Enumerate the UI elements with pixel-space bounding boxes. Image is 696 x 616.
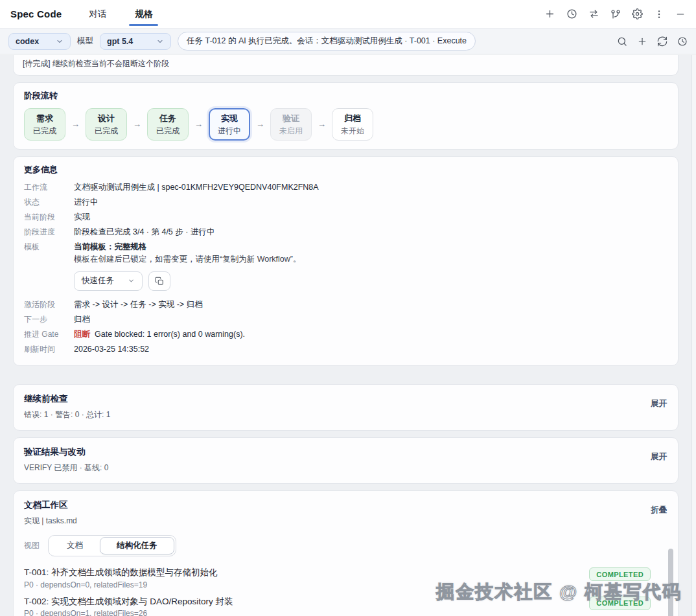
stage-design[interactable]: 设计 已完成 <box>86 108 127 141</box>
info-value-gate: 阻断Gate blocked: 1 error(s) and 0 warning… <box>74 329 667 341</box>
info-label-phase-progress: 阶段进度 <box>24 227 65 238</box>
task-text: T-002: 实现文档生成领域对象与 DAO/Repository 封装 P0 … <box>24 596 233 616</box>
stage-status: 未开始 <box>341 125 364 137</box>
quick-task-select-value: 快速任务 <box>82 275 114 287</box>
stage-name: 归档 <box>341 112 364 125</box>
gear-icon[interactable] <box>632 8 643 19</box>
spec-main-panel[interactable]: [待完成] 继续前检查当前不会阻断这个阶段 阶段流转 需求 已完成 → 设计 已… <box>0 55 692 616</box>
more-info-grid: 工作流 文档驱动测试用例生成 | spec-01KMFH2VEY9QEDNV40… <box>24 182 667 356</box>
verify-results-title: 验证结果与改动 <box>24 446 667 458</box>
task-title: T-002: 实现文档生成领域对象与 DAO/Repository 封装 <box>24 596 233 608</box>
stage-name: 设计 <box>95 112 118 125</box>
phase-flow-stages: 需求 已完成 → 设计 已完成 → 任务 已完成 → 实现 进行中 → 验证 未… <box>24 108 667 141</box>
more-info-card: 更多信息 工作流 文档驱动测试用例生成 | spec-01KMFH2VEY9QE… <box>13 156 679 367</box>
gate-message: Gate blocked: 1 error(s) and 0 warning(s… <box>95 330 245 339</box>
task-row[interactable]: T-002: 实现文档生成领域对象与 DAO/Repository 封装 P0 … <box>24 596 651 616</box>
quick-task-select[interactable]: 快速任务 <box>74 271 143 291</box>
chevron-down-icon <box>56 38 64 45</box>
info-label-current-phase: 当前阶段 <box>24 212 65 223</box>
task-list: T-001: 补齐文档生成领域的数据模型与存储初始化 P0 · dependsO… <box>24 567 667 616</box>
template-locked-note: 模板在创建后已锁定，如需变更，请使用“复制为新 Workflow”。 <box>74 254 667 266</box>
expand-link[interactable]: 展开 <box>651 451 667 462</box>
stage-verify[interactable]: 验证 未启用 <box>270 108 312 141</box>
stage-name: 需求 <box>33 112 56 125</box>
copy-icon <box>155 277 164 286</box>
search-icon[interactable] <box>617 36 627 47</box>
spec-toolbar: codex 模型 gpt 5.4 任务 T-012 的 AI 执行已完成。会话：… <box>0 29 696 54</box>
info-value-next-step: 归档 <box>74 314 667 326</box>
view-segmented-control: 文档 结构化任务 <box>48 535 176 556</box>
model-select[interactable]: gpt 5.4 <box>100 33 171 50</box>
document-workspace-card: 文档工作区 实现 | tasks.md 折叠 视图 文档 结构化任务 T-001… <box>13 490 679 616</box>
stage-implementation[interactable]: 实现 进行中 <box>209 108 250 141</box>
stage-tasks[interactable]: 任务 已完成 <box>147 108 189 141</box>
expand-link[interactable]: 展开 <box>651 398 667 409</box>
verify-results-card: 验证结果与改动 VERIFY 已禁用 · 基线: 0 展开 <box>13 437 679 484</box>
clock-icon[interactable] <box>677 36 688 47</box>
arrow-icon: → <box>133 119 141 129</box>
chevron-down-icon <box>128 277 135 284</box>
status-badge: COMPLETED <box>589 597 651 610</box>
view-switch-row: 视图 文档 结构化任务 <box>24 535 667 556</box>
template-controls: 快速任务 <box>74 271 667 291</box>
stage-status: 未启用 <box>279 125 303 137</box>
model-label: 模型 <box>77 36 93 47</box>
phase-flow-title: 阶段流转 <box>24 90 667 102</box>
copy-button[interactable] <box>148 271 170 291</box>
info-value-current-phase: 实现 <box>74 212 667 223</box>
app-title: Spec Code <box>10 8 62 19</box>
stage-archive[interactable]: 归档 未开始 <box>332 108 373 141</box>
scrollbar-thumb[interactable] <box>668 549 673 616</box>
arrow-icon: → <box>256 119 264 129</box>
gate-blocked-badge: 阻断 <box>74 330 90 339</box>
kebab-icon[interactable] <box>654 9 664 19</box>
stage-status: 进行中 <box>218 125 241 137</box>
stage-name: 任务 <box>156 112 180 125</box>
toolbar-actions <box>617 36 688 47</box>
stage-name: 验证 <box>279 112 303 125</box>
info-label-workflow: 工作流 <box>24 182 65 194</box>
pending-check-note-card: [待完成] 继续前检查当前不会阻断这个阶段 <box>13 55 679 76</box>
minimize-icon[interactable] <box>675 9 686 19</box>
status-badge: COMPLETED <box>589 567 651 581</box>
stage-requirements[interactable]: 需求 已完成 <box>24 108 65 141</box>
info-label-status: 状态 <box>24 197 65 209</box>
view-tab-document[interactable]: 文档 <box>50 537 100 554</box>
tab-conversation[interactable]: 对话 <box>89 0 106 28</box>
task-row[interactable]: T-001: 补齐文档生成领域的数据模型与存储初始化 P0 · dependsO… <box>24 567 651 590</box>
info-value-active-phases: 需求 -> 设计 -> 任务 -> 实现 -> 归档 <box>74 299 667 311</box>
phase-flow-card: 阶段流转 需求 已完成 → 设计 已完成 → 任务 已完成 → 实现 进行中 → <box>13 82 679 150</box>
arrow-icon: → <box>194 119 203 129</box>
agent-select-value: codex <box>16 37 39 46</box>
more-info-title: 更多信息 <box>24 164 667 176</box>
refresh-icon[interactable] <box>657 36 667 47</box>
collapse-link[interactable]: 折叠 <box>651 505 667 516</box>
pre-continue-check-card: 继续前检查 错误: 1 · 警告: 0 · 总计: 1 展开 <box>13 384 679 431</box>
app-header: Spec Code 对话 规格 <box>0 0 696 29</box>
arrow-icon: → <box>71 119 80 129</box>
task-title: T-001: 补齐文档生成领域的数据模型与存储初始化 <box>24 567 218 578</box>
model-select-value: gpt 5.4 <box>107 37 133 46</box>
clock-icon[interactable] <box>566 8 577 19</box>
stage-status: 已完成 <box>156 125 180 137</box>
info-value-status: 进行中 <box>74 197 667 209</box>
swap-icon[interactable] <box>588 8 599 19</box>
stage-status: 已完成 <box>95 125 118 137</box>
execution-status-message: 任务 T-012 的 AI 执行已完成。会话：文档驱动测试用例生成 · T-00… <box>178 32 476 51</box>
view-tab-structured-tasks[interactable]: 结构化任务 <box>100 537 174 554</box>
task-meta: P0 · dependsOn=1, relatedFiles=26 <box>24 609 233 616</box>
document-workspace-subtitle: 实现 | tasks.md <box>24 516 667 527</box>
plus-icon[interactable] <box>544 8 555 19</box>
plus-icon[interactable] <box>637 36 647 47</box>
task-text: T-001: 补齐文档生成领域的数据模型与存储初始化 P0 · dependsO… <box>24 567 218 590</box>
stage-status: 已完成 <box>33 125 56 137</box>
tab-spec[interactable]: 规格 <box>135 0 152 28</box>
pre-continue-check-summary: 错误: 1 · 警告: 0 · 总计: 1 <box>24 409 667 420</box>
agent-select[interactable]: codex <box>8 33 71 50</box>
info-label-next-step: 下一步 <box>24 314 65 326</box>
info-label-refresh-time: 刷新时间 <box>24 344 65 356</box>
info-value-phase-progress: 阶段检查已完成 3/4 · 第 4/5 步 · 进行中 <box>74 227 667 238</box>
chevron-down-icon <box>156 38 164 45</box>
info-value-workflow: 文档驱动测试用例生成 | spec-01KMFH2VEY9QEDNV40FMK2… <box>74 182 667 194</box>
git-branch-icon[interactable] <box>610 9 621 19</box>
